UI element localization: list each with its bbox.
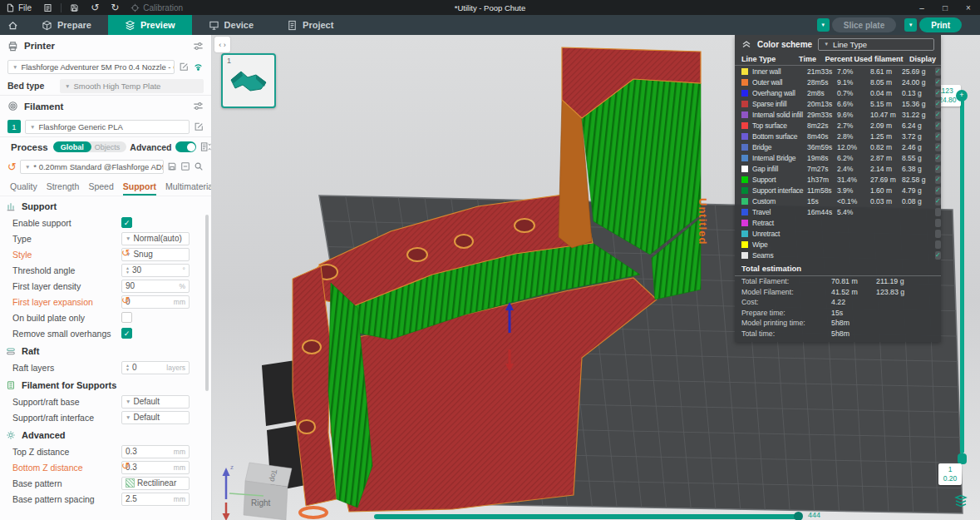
tab-multimaterial[interactable]: Multimaterial — [165, 181, 212, 196]
reset-setting-icon[interactable]: ↺ — [121, 295, 130, 305]
minimize-button[interactable]: – — [910, 0, 933, 15]
line-type-weight: 82.58 g — [902, 176, 935, 184]
bed-type-select[interactable]: ▼ Smooth High Temp Plate — [60, 79, 204, 93]
setting-checkbox[interactable]: ✓ — [121, 328, 132, 339]
display-checkbox[interactable]: ✓ — [935, 154, 941, 162]
tab-support[interactable]: Support — [123, 181, 156, 196]
setting-input[interactable]: 2.5mm — [121, 493, 190, 506]
setting-input[interactable]: 0mm — [121, 295, 190, 309]
slice-dropdown-button[interactable]: ▼ — [817, 18, 830, 32]
advanced-toggle[interactable] — [175, 141, 196, 152]
plate-thumbnail[interactable]: 1 — [221, 53, 276, 108]
setting-checkbox[interactable]: ✓ — [121, 312, 132, 323]
collapse-panel-icon[interactable] — [741, 40, 751, 48]
display-checkbox[interactable]: ✓ — [935, 89, 941, 97]
notes-icon[interactable] — [37, 0, 58, 15]
collapse-plate-list-button[interactable]: ‹ › — [214, 37, 230, 52]
line-type-percent: 12.0% — [837, 143, 870, 151]
line-type-weight: 3.72 g — [902, 132, 935, 141]
printer-preset-select[interactable]: ▼ Flashforge Adventurer 5M Pro 0.4 Nozzl… — [7, 60, 175, 74]
close-button[interactable]: × — [957, 0, 980, 15]
process-preset-select[interactable]: ▼ * 0.20mm Standard @Flashforge AD5… — [20, 160, 164, 174]
file-menu[interactable]: File — [0, 0, 37, 15]
display-checkbox[interactable]: ✓ — [935, 176, 941, 184]
filament-slot-badge[interactable]: 1 — [7, 120, 21, 133]
setting-label: First layer expansion — [12, 297, 121, 307]
display-checkbox[interactable]: ✓ — [935, 208, 941, 216]
home-button[interactable] — [0, 15, 25, 35]
display-checkbox[interactable]: ✓ — [935, 100, 941, 108]
print-dropdown-button[interactable]: ▼ — [904, 18, 917, 32]
compare-presets-icon[interactable] — [200, 141, 212, 152]
layers-view-icon[interactable] — [954, 493, 968, 508]
edit-printer-icon[interactable] — [179, 62, 189, 72]
layer-slider-top-handle[interactable]: + — [956, 90, 968, 102]
setting-spinner[interactable]: ▲▼30° — [121, 264, 190, 277]
tab-prepare[interactable]: Prepare — [25, 15, 108, 35]
display-checkbox[interactable]: ✓ — [935, 240, 941, 249]
line-type-row: Custom 15s <0.1% 0.03 m 0.08 g ✓ — [735, 196, 941, 206]
filament-settings-icon[interactable] — [193, 101, 204, 111]
process-section-title: Process — [11, 142, 48, 152]
display-checkbox[interactable]: ✓ — [935, 230, 941, 238]
calibration-menu[interactable]: Calibration — [125, 0, 189, 15]
display-checkbox[interactable]: ✓ — [935, 197, 941, 206]
display-checkbox[interactable]: ✓ — [935, 165, 941, 173]
tab-quality[interactable]: Quality — [10, 181, 37, 196]
reset-setting-icon[interactable]: ↺ — [121, 248, 130, 258]
line-type-swatch — [741, 133, 748, 140]
setting-input[interactable]: 0.3mm — [121, 445, 190, 458]
printer-settings-icon[interactable] — [193, 41, 204, 52]
setting-pattern-select[interactable]: Rectilinear — [121, 477, 190, 490]
step-slider-handle[interactable] — [794, 512, 803, 520]
filament-preset-select[interactable]: ▼ Flashforge Generic PLA — [25, 120, 190, 134]
segment-objects[interactable]: Objects — [86, 141, 127, 152]
display-checkbox[interactable]: ✓ — [935, 219, 941, 227]
display-checkbox[interactable]: ✓ — [935, 143, 941, 151]
tab-strength[interactable]: Strength — [47, 181, 80, 196]
slice-plate-button[interactable]: Slice plate — [832, 17, 896, 32]
save-icon[interactable] — [64, 0, 85, 15]
setting-input[interactable]: 0.3mm — [121, 461, 190, 474]
display-checkbox[interactable]: ✓ — [935, 251, 941, 260]
line-type-length: 0.82 m — [870, 143, 902, 151]
edit-filament-icon[interactable] — [194, 121, 204, 131]
line-type-percent: 0.7% — [837, 89, 870, 97]
print-button[interactable]: Print — [919, 17, 962, 32]
layer-slider-track[interactable] — [960, 100, 964, 453]
wifi-icon[interactable] — [193, 62, 204, 72]
display-checkbox[interactable]: ✓ — [935, 78, 941, 87]
setting-select[interactable]: ▼Normal(auto) — [121, 232, 190, 245]
reset-process-icon[interactable]: ↺ — [7, 161, 17, 172]
tab-device[interactable]: Device — [192, 15, 270, 35]
tab-project[interactable]: Project — [270, 15, 350, 35]
step-slider-track[interactable] — [374, 514, 802, 519]
setting-spinner[interactable]: ▲▼0layers — [121, 361, 190, 374]
setting-select[interactable]: ▼Default — [121, 411, 190, 424]
maximize-button[interactable]: □ — [933, 0, 957, 15]
setting-select[interactable]: ▼Default — [121, 395, 190, 409]
display-checkbox[interactable]: ✓ — [935, 121, 941, 130]
setting-select[interactable]: ▼Snug — [121, 248, 190, 261]
global-objects-segment[interactable]: Global Objects — [53, 141, 127, 152]
display-checkbox[interactable]: ✓ — [935, 111, 941, 119]
sidebar-scrollbar[interactable] — [205, 215, 209, 391]
advanced-group-header: Advanced — [0, 427, 211, 443]
reset-setting-icon[interactable]: ↺ — [121, 461, 130, 471]
tab-preview[interactable]: Preview — [108, 15, 192, 35]
segment-global[interactable]: Global — [53, 141, 91, 152]
setting-checkbox[interactable]: ✓ — [121, 217, 132, 228]
save-preset-icon[interactable] — [167, 161, 177, 171]
display-checkbox[interactable]: ✓ — [935, 132, 941, 141]
display-checkbox[interactable]: ✓ — [935, 186, 941, 195]
line-type-length: 1.25 m — [870, 132, 902, 141]
tab-speed[interactable]: Speed — [88, 181, 113, 196]
search-settings-icon[interactable] — [194, 161, 204, 171]
line-type-weight: 8.55 g — [902, 154, 935, 162]
view-mode-select[interactable]: ▼ Line Type — [818, 38, 934, 51]
display-checkbox[interactable]: ✓ — [935, 67, 941, 76]
undo-icon[interactable]: ↺ — [85, 0, 105, 15]
setting-input[interactable]: 90% — [121, 280, 190, 293]
redo-icon[interactable]: ↻ — [105, 0, 125, 15]
collapse-options-icon[interactable] — [180, 161, 190, 171]
